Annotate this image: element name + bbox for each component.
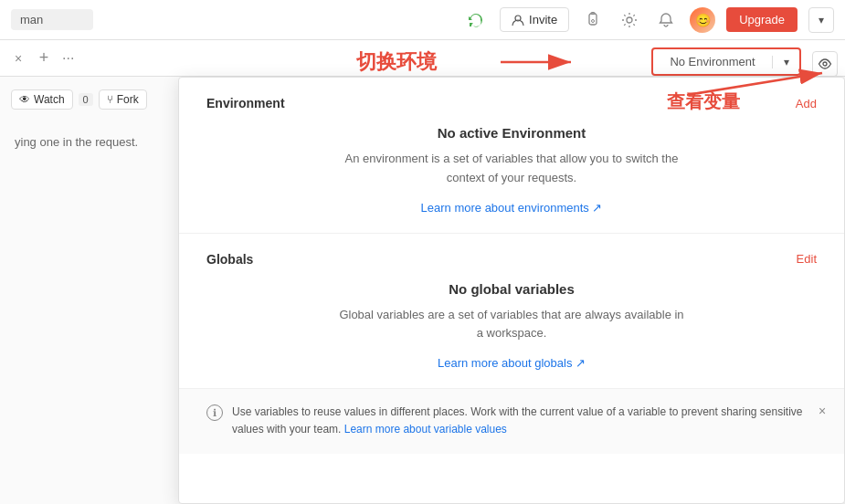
learn-environments-link[interactable]: Learn more about environments ↗ — [206, 201, 817, 215]
environment-section: Environment Add No active Environment An… — [179, 78, 844, 234]
notification-icon[interactable] — [653, 7, 679, 33]
svg-point-3 — [592, 19, 595, 22]
walkie-talkie-icon[interactable] — [580, 7, 606, 33]
fork-icon: ⑂ — [107, 93, 113, 106]
new-tab-button[interactable]: + — [33, 47, 55, 69]
view-variables-button[interactable] — [812, 51, 838, 77]
globals-section-header: Globals Edit — [206, 252, 817, 267]
header-right: Invite 😊 Upgrade ▾ — [463, 7, 834, 33]
sync-icon[interactable] — [463, 7, 489, 33]
add-environment-link[interactable]: Add — [796, 97, 817, 110]
upgrade-button[interactable]: Upgrade — [726, 7, 797, 32]
no-active-desc: An environment is a set of variables tha… — [338, 150, 685, 188]
main-area: 👁 Watch 0 ⑂ Fork ying one in the request… — [0, 77, 845, 504]
watch-button[interactable]: 👁 Watch — [11, 89, 73, 110]
avatar[interactable]: 😊 — [690, 7, 715, 33]
header: man Invite — [0, 0, 845, 40]
fork-button[interactable]: ⑂ Fork — [99, 89, 147, 110]
close-info-button[interactable]: × — [813, 402, 831, 420]
fork-label: Fork — [117, 93, 139, 106]
learn-variable-values-link[interactable]: Learn more about variable values — [344, 423, 507, 436]
invite-button[interactable]: Invite — [500, 7, 569, 32]
environment-section-header: Environment Add — [206, 96, 817, 110]
learn-globals-link[interactable]: Learn more about globals ↗ — [206, 356, 817, 370]
svg-point-5 — [823, 62, 827, 66]
eye-icon: 👁 — [19, 93, 30, 106]
environment-selector-label: No Environment — [653, 49, 772, 74]
workspace-search[interactable]: man — [11, 9, 93, 30]
invite-label: Invite — [529, 13, 557, 26]
environment-title: Environment — [206, 96, 285, 110]
watch-fork-bar: 👁 Watch 0 ⑂ Fork — [0, 84, 182, 115]
info-text: Use variables to reuse values in differe… — [232, 404, 817, 438]
tab-more-button[interactable]: ··· — [58, 50, 78, 67]
info-footer: ℹ Use variables to reuse values in diffe… — [179, 389, 844, 453]
info-icon: ℹ — [206, 404, 223, 421]
watch-label: Watch — [34, 93, 65, 106]
svg-point-4 — [627, 17, 632, 23]
environment-dropdown-arrow[interactable]: ▾ — [772, 56, 799, 68]
settings-icon[interactable] — [617, 7, 642, 33]
tab-close-button[interactable]: × — [7, 47, 29, 69]
no-active-title: No active Environment — [206, 125, 817, 141]
globals-section: Globals Edit No global variables Global … — [179, 234, 844, 390]
no-globals-desc: Global variables are a set of variables … — [338, 306, 685, 344]
edit-globals-link[interactable]: Edit — [797, 252, 817, 266]
content-text: ying one in the request. — [0, 115, 182, 170]
left-panel: 👁 Watch 0 ⑂ Fork ying one in the request… — [0, 77, 183, 504]
environment-selector[interactable]: No Environment ▾ — [651, 47, 801, 76]
no-globals-title: No global variables — [206, 281, 817, 297]
watch-count: 0 — [79, 93, 93, 106]
environment-panel: Environment Add No active Environment An… — [178, 77, 845, 504]
header-dropdown[interactable]: ▾ — [808, 7, 834, 33]
globals-title: Globals — [206, 252, 253, 267]
header-left: man — [11, 9, 93, 30]
